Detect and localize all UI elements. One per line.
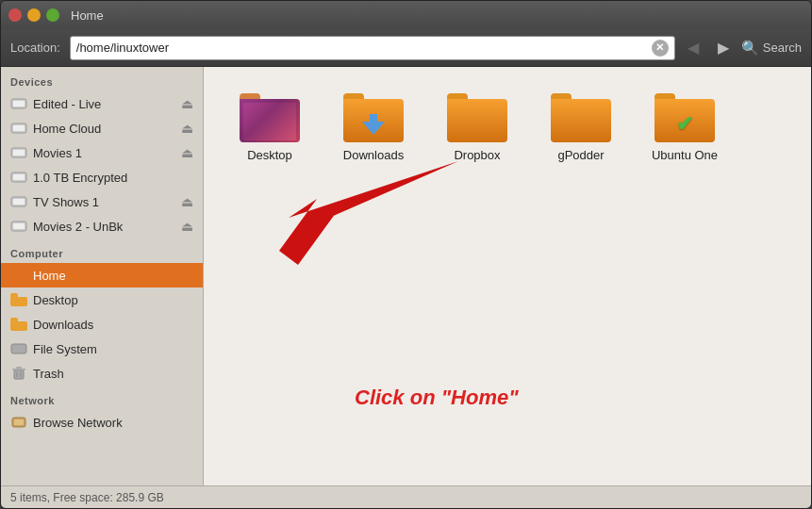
forward-button[interactable]: ▶	[711, 36, 736, 60]
drive-icon-encrypted	[10, 169, 27, 186]
sidebar-item-encrypted[interactable]: 1.0 TB Encrypted	[1, 165, 203, 189]
svg-rect-18	[14, 370, 24, 379]
gpodder-folder-large-icon	[551, 93, 611, 142]
eject-edited-live[interactable]: ⏏	[181, 96, 193, 111]
sidebar-item-tv-shows[interactable]: TV Shows 1 ⏏	[1, 189, 203, 214]
sidebar-label-edited-live: Edited - Live	[33, 97, 101, 111]
file-label-desktop: Desktop	[247, 148, 292, 162]
dropbox-folder-large-icon	[447, 93, 507, 142]
sidebar-item-home-cloud[interactable]: Home Cloud ⏏	[1, 116, 203, 140]
svg-rect-14	[10, 293, 18, 298]
eject-home-cloud[interactable]: ⏏	[181, 121, 193, 136]
file-item-ubuntu-one[interactable]: ✔ Ubuntu One	[638, 86, 732, 170]
drive-icon-movies-2	[10, 218, 27, 235]
file-item-downloads[interactable]: Downloads	[326, 86, 421, 170]
sidebar-label-home-cloud: Home Cloud	[33, 122, 101, 136]
status-text: 5 items, Free space: 285.9 GB	[10, 491, 164, 504]
minimize-button[interactable]	[27, 8, 41, 22]
titlebar: Home	[1, 1, 811, 29]
sidebar-label-tv-shows: TV Shows 1	[33, 195, 99, 209]
svg-rect-1	[13, 101, 25, 107]
file-label-dropbox: Dropbox	[454, 148, 500, 162]
location-text: /home/linuxtower	[76, 41, 652, 55]
devices-section-header: Devices	[1, 67, 203, 91]
sidebar-item-home[interactable]: Home	[1, 263, 203, 287]
sidebar-item-movies-2[interactable]: Movies 2 - UnBk ⏏	[1, 214, 203, 238]
desktop-folder-icon	[10, 291, 27, 308]
eject-movies-2[interactable]: ⏏	[181, 219, 193, 234]
sidebar-item-desktop[interactable]: Desktop	[1, 287, 203, 312]
file-item-desktop[interactable]: Desktop	[223, 86, 317, 170]
trash-icon	[10, 365, 27, 382]
sidebar-label-downloads: Downloads	[33, 318, 93, 332]
sidebar-label-desktop: Desktop	[33, 293, 78, 307]
statusbar: 5 items, Free space: 285.9 GB	[1, 485, 811, 508]
main-layout: Devices Edited - Live ⏏	[1, 67, 811, 485]
sidebar-item-browse-network[interactable]: Browse Network	[1, 410, 203, 435]
file-item-gpodder[interactable]: gPodder	[534, 86, 628, 170]
content-area: Desktop Downloads	[204, 67, 811, 485]
network-section-header: Network	[1, 386, 203, 410]
drive-icon-movies-1	[10, 144, 27, 161]
svg-rect-5	[13, 150, 25, 156]
sidebar-item-file-system[interactable]: File System	[1, 337, 203, 361]
computer-section-header: Computer	[1, 238, 203, 263]
toolbar: Location: /home/linuxtower ✕ ◀ ▶ 🔍 Searc…	[1, 29, 811, 67]
file-label-gpodder: gPodder	[557, 148, 604, 162]
downloads-folder-large-icon	[343, 93, 404, 142]
file-grid: Desktop Downloads	[204, 67, 811, 189]
svg-rect-9	[13, 199, 25, 205]
filesystem-icon	[10, 340, 27, 357]
home-icon	[10, 267, 27, 284]
svg-rect-7	[13, 174, 25, 180]
sidebar-label-movies-2: Movies 2 - UnBk	[33, 220, 123, 234]
svg-rect-3	[13, 125, 25, 131]
sidebar-label-file-system: File System	[33, 342, 97, 356]
search-label: Search	[763, 41, 802, 55]
svg-rect-19	[12, 369, 25, 370]
sidebar-label-trash: Trash	[33, 367, 64, 381]
network-icon	[10, 414, 27, 431]
file-label-ubuntu-one: Ubuntu One	[652, 148, 718, 162]
location-bar[interactable]: /home/linuxtower ✕	[70, 36, 675, 60]
click-annotation-text: Click on "Home"	[355, 386, 519, 410]
svg-rect-16	[10, 318, 18, 322]
window: Home Location: /home/linuxtower ✕ ◀ ▶ 🔍 …	[0, 0, 812, 509]
file-label-downloads: Downloads	[343, 148, 404, 162]
search-icon: 🔍	[741, 40, 759, 57]
svg-rect-20	[16, 367, 22, 369]
svg-rect-13	[10, 297, 27, 306]
maximize-button[interactable]	[46, 8, 59, 22]
file-item-dropbox[interactable]: Dropbox	[430, 86, 524, 170]
drive-icon	[10, 95, 27, 112]
svg-marker-12	[11, 270, 26, 282]
svg-rect-24	[14, 419, 24, 425]
sidebar-item-edited-live[interactable]: Edited - Live ⏏	[1, 91, 203, 116]
sidebar-label-browse-network: Browse Network	[33, 416, 123, 430]
svg-rect-17	[11, 344, 26, 353]
sidebar-label-encrypted: 1.0 TB Encrypted	[33, 171, 127, 185]
downloads-folder-icon	[10, 316, 27, 333]
sidebar-label-movies-1: Movies 1	[33, 146, 82, 160]
location-clear-button[interactable]: ✕	[652, 40, 669, 57]
search-box[interactable]: 🔍 Search	[741, 40, 802, 57]
drive-icon-tv-shows	[10, 193, 27, 210]
desktop-folder-large-icon	[240, 93, 300, 142]
sidebar-label-home: Home	[33, 269, 66, 283]
eject-movies-1[interactable]: ⏏	[181, 145, 193, 160]
sidebar: Devices Edited - Live ⏏	[1, 67, 204, 485]
sidebar-item-movies-1[interactable]: Movies 1 ⏏	[1, 140, 203, 165]
ubuntu-one-folder-large-icon: ✔	[655, 93, 715, 142]
sidebar-item-trash[interactable]: Trash	[1, 361, 203, 386]
svg-rect-15	[10, 321, 27, 331]
close-button[interactable]	[8, 8, 22, 22]
eject-tv-shows[interactable]: ⏏	[181, 194, 193, 209]
drive-icon-home-cloud	[10, 120, 27, 137]
location-label: Location:	[10, 41, 60, 55]
window-title: Home	[71, 8, 104, 23]
back-button[interactable]: ◀	[681, 36, 705, 60]
sidebar-item-downloads[interactable]: Downloads	[1, 312, 203, 337]
svg-rect-11	[13, 223, 25, 229]
